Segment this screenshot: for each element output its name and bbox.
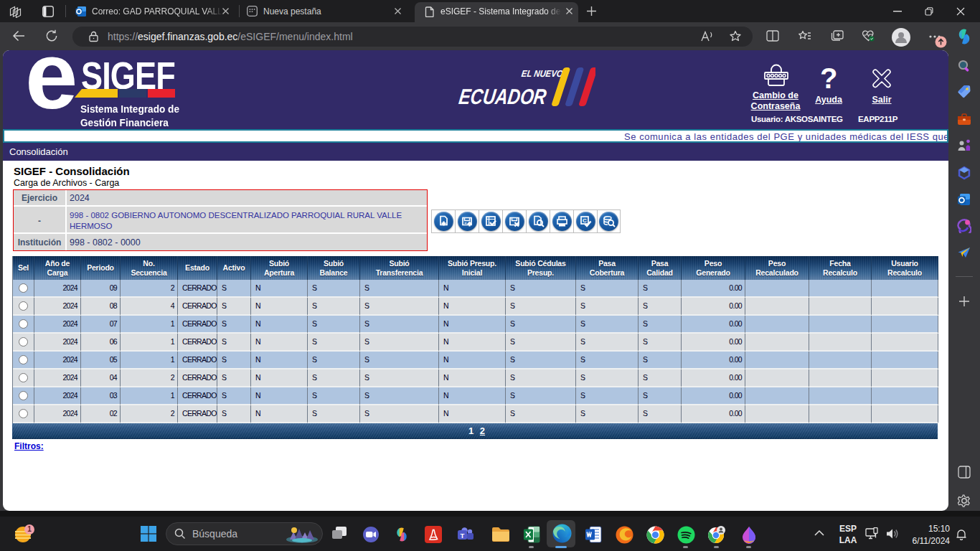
svg-text:T: T (461, 532, 465, 540)
svg-text:C: C (583, 217, 587, 224)
svg-text:1: 1 (27, 525, 32, 533)
